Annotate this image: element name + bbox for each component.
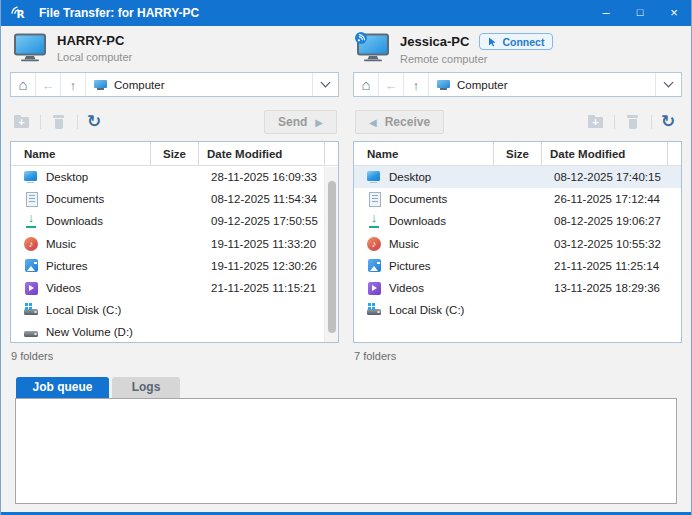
toolbar-separator bbox=[77, 115, 78, 129]
send-arrow-icon bbox=[315, 115, 323, 129]
remote-up-button[interactable] bbox=[404, 73, 429, 96]
maximize-button[interactable]: □ bbox=[623, 0, 657, 26]
tab-logs[interactable]: Logs bbox=[112, 377, 180, 398]
local-computer-info: HARRY-PC Local computer bbox=[12, 32, 339, 66]
list-scrollbar[interactable] bbox=[324, 167, 338, 342]
scrollbar-thumb[interactable] bbox=[328, 181, 336, 333]
videos-icon bbox=[366, 280, 382, 296]
file-date-modified: 19-11-2025 11:33:20 bbox=[199, 238, 338, 250]
local-up-button[interactable] bbox=[61, 73, 86, 96]
delete-icon[interactable] bbox=[49, 113, 69, 131]
file-date-modified: 03-12-2025 10:55:32 bbox=[542, 238, 681, 250]
file-row[interactable]: Desktop 28-11-2025 16:09:33 bbox=[11, 166, 338, 188]
music-icon bbox=[23, 236, 39, 252]
local-list-header: Name Size Date Modified bbox=[11, 142, 338, 166]
file-row[interactable]: Downloads 08-12-2025 19:06:27 bbox=[354, 210, 681, 232]
cursor-icon bbox=[488, 37, 497, 47]
remote-folder-count: 7 folders bbox=[354, 350, 682, 364]
home-icon bbox=[361, 76, 370, 94]
file-row[interactable]: Desktop 08-12-2025 17:40:15 bbox=[354, 166, 681, 188]
window-title: File Transfer: for HARRY-PC bbox=[39, 6, 199, 20]
window-controls: – □ × bbox=[589, 0, 691, 26]
local-computer-name: HARRY-PC bbox=[57, 33, 124, 48]
local-home-button[interactable] bbox=[11, 73, 36, 96]
local-file-list: Name Size Date Modified Desktop bbox=[10, 141, 339, 343]
file-row[interactable]: Local Disk (C:) bbox=[11, 299, 338, 321]
delete-icon[interactable] bbox=[623, 113, 643, 131]
refresh-icon[interactable] bbox=[660, 113, 680, 131]
remote-computer-type: Remote computer bbox=[400, 53, 553, 65]
local-file-rows: Desktop 28-11-2025 16:09:33 Documents bbox=[11, 166, 338, 342]
local-address-combobox[interactable]: Computer bbox=[86, 73, 312, 96]
disk-os-icon bbox=[366, 302, 382, 318]
file-name: Pictures bbox=[389, 260, 431, 272]
file-row[interactable]: Documents 26-11-2025 17:12:44 bbox=[354, 188, 681, 210]
column-header-size[interactable]: Size bbox=[494, 142, 542, 165]
file-row[interactable]: Pictures 19-11-2025 12:30:26 bbox=[11, 255, 338, 277]
remote-home-button[interactable] bbox=[354, 73, 379, 96]
disk-icon bbox=[23, 324, 39, 340]
file-name: Downloads bbox=[389, 215, 446, 227]
remote-address-combobox[interactable]: Computer bbox=[429, 73, 655, 96]
titlebar: R File Transfer: for HARRY-PC – □ × bbox=[1, 0, 691, 26]
remote-address-dropdown-button[interactable] bbox=[655, 73, 681, 96]
file-row[interactable]: Videos 13-11-2025 18:29:36 bbox=[354, 277, 681, 299]
remote-panel: Jessica-PC Connect Remote computer bbox=[353, 32, 682, 364]
svg-text:R: R bbox=[17, 8, 25, 20]
remote-toolbar: Receive bbox=[353, 109, 682, 135]
chevron-down-icon bbox=[664, 78, 674, 88]
refresh-icon[interactable] bbox=[86, 113, 106, 131]
file-name: Local Disk (C:) bbox=[389, 304, 464, 316]
file-name: Videos bbox=[46, 282, 81, 294]
connect-button[interactable]: Connect bbox=[479, 33, 553, 50]
column-header-name[interactable]: Name bbox=[11, 142, 151, 165]
file-row[interactable]: Music 19-11-2025 11:33:20 bbox=[11, 233, 338, 255]
local-back-button[interactable] bbox=[36, 73, 61, 96]
column-header-date-modified[interactable]: Date Modified bbox=[542, 142, 668, 165]
close-button[interactable]: × bbox=[657, 0, 691, 26]
file-row[interactable]: Pictures 21-11-2025 11:25:14 bbox=[354, 255, 681, 277]
music-icon bbox=[366, 236, 382, 252]
tab-job-queue[interactable]: Job queue bbox=[16, 377, 109, 398]
remote-list-header: Name Size Date Modified bbox=[354, 142, 681, 166]
column-header-size[interactable]: Size bbox=[151, 142, 199, 165]
file-date-modified: 09-12-2025 17:50:55 bbox=[199, 215, 338, 227]
app-logo-icon: R bbox=[10, 5, 27, 22]
column-header-name[interactable]: Name bbox=[354, 142, 494, 165]
column-header-date-modified[interactable]: Date Modified bbox=[199, 142, 325, 165]
send-button-label: Send bbox=[278, 115, 307, 129]
local-monitor-icon bbox=[12, 32, 48, 62]
remote-back-button[interactable] bbox=[379, 73, 404, 96]
local-panel: HARRY-PC Local computer Computer bbox=[10, 32, 339, 364]
file-row[interactable]: New Volume (D:) bbox=[11, 321, 338, 342]
file-row[interactable]: Downloads 09-12-2025 17:50:55 bbox=[11, 210, 338, 232]
bottom-tabs: Job queue Logs bbox=[16, 377, 682, 398]
file-row[interactable]: Documents 08-12-2025 11:54:34 bbox=[11, 188, 338, 210]
new-folder-icon[interactable] bbox=[586, 113, 606, 131]
file-row[interactable]: Music 03-12-2025 10:55:32 bbox=[354, 233, 681, 255]
send-button[interactable]: Send bbox=[264, 110, 337, 134]
local-address-dropdown-button[interactable] bbox=[312, 73, 338, 96]
receive-button-label: Receive bbox=[385, 115, 430, 129]
documents-icon bbox=[23, 191, 39, 207]
receive-button[interactable]: Receive bbox=[355, 110, 444, 134]
back-arrow-icon bbox=[42, 76, 55, 94]
pictures-icon bbox=[366, 258, 382, 274]
minimize-button[interactable]: – bbox=[589, 0, 623, 26]
file-date-modified: 08-12-2025 11:54:34 bbox=[199, 193, 338, 205]
file-name: Downloads bbox=[46, 215, 103, 227]
remote-computer-info: Jessica-PC Connect Remote computer bbox=[355, 32, 682, 66]
file-row[interactable]: Local Disk (C:) bbox=[354, 299, 681, 321]
connect-button-label: Connect bbox=[502, 36, 544, 48]
file-date-modified: 13-11-2025 18:29:36 bbox=[542, 282, 681, 294]
file-date-modified: 21-11-2025 11:15:21 bbox=[199, 282, 338, 294]
file-name: Videos bbox=[389, 282, 424, 294]
file-date-modified: 19-11-2025 12:30:26 bbox=[199, 260, 338, 272]
file-name: Desktop bbox=[46, 171, 88, 183]
file-row[interactable]: Videos 21-11-2025 11:15:21 bbox=[11, 277, 338, 299]
window-content: HARRY-PC Local computer Computer bbox=[1, 26, 691, 512]
remote-address-value: Computer bbox=[457, 79, 508, 91]
pictures-icon bbox=[23, 258, 39, 274]
new-folder-icon[interactable] bbox=[12, 113, 32, 131]
toolbar-separator bbox=[651, 115, 652, 129]
